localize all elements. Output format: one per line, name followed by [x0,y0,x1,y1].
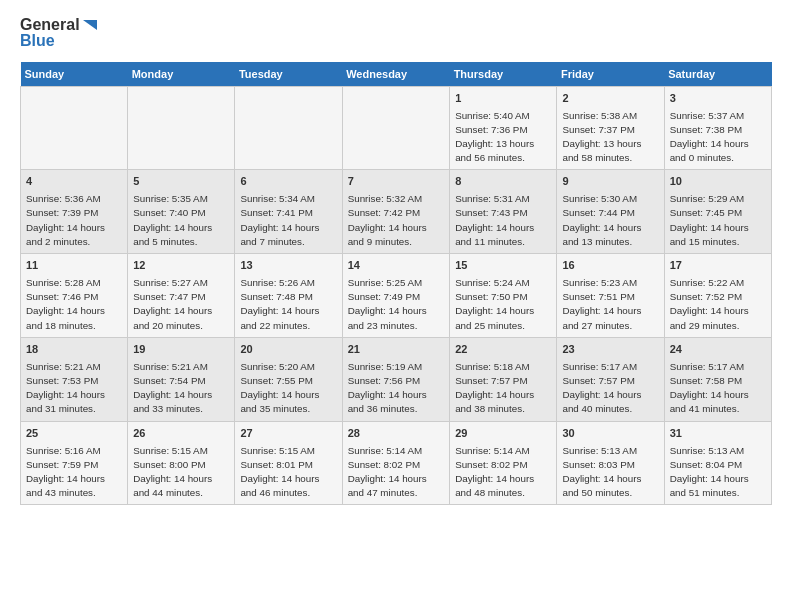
day-info: Sunrise: 5:21 AMSunset: 7:53 PMDaylight:… [26,360,122,417]
day-cell: 11Sunrise: 5:28 AMSunset: 7:46 PMDayligh… [21,254,128,338]
day-cell: 24Sunrise: 5:17 AMSunset: 7:58 PMDayligh… [664,337,771,421]
day-number: 10 [670,174,766,190]
day-cell: 4Sunrise: 5:36 AMSunset: 7:39 PMDaylight… [21,170,128,254]
day-cell: 9Sunrise: 5:30 AMSunset: 7:44 PMDaylight… [557,170,664,254]
day-number: 7 [348,174,444,190]
day-info: Sunrise: 5:21 AMSunset: 7:54 PMDaylight:… [133,360,229,417]
day-number: 12 [133,258,229,274]
day-cell: 6Sunrise: 5:34 AMSunset: 7:41 PMDaylight… [235,170,342,254]
day-cell: 29Sunrise: 5:14 AMSunset: 8:02 PMDayligh… [450,421,557,505]
day-cell [128,86,235,170]
header-saturday: Saturday [664,62,771,87]
logo: General Blue [20,16,99,50]
day-info: Sunrise: 5:23 AMSunset: 7:51 PMDaylight:… [562,276,658,333]
day-cell: 22Sunrise: 5:18 AMSunset: 7:57 PMDayligh… [450,337,557,421]
day-info: Sunrise: 5:28 AMSunset: 7:46 PMDaylight:… [26,276,122,333]
calendar-table: SundayMondayTuesdayWednesdayThursdayFrid… [20,62,772,506]
day-info: Sunrise: 5:35 AMSunset: 7:40 PMDaylight:… [133,192,229,249]
day-cell: 18Sunrise: 5:21 AMSunset: 7:53 PMDayligh… [21,337,128,421]
day-cell: 1Sunrise: 5:40 AMSunset: 7:36 PMDaylight… [450,86,557,170]
header-monday: Monday [128,62,235,87]
header-tuesday: Tuesday [235,62,342,87]
day-info: Sunrise: 5:38 AMSunset: 7:37 PMDaylight:… [562,109,658,166]
day-cell: 12Sunrise: 5:27 AMSunset: 7:47 PMDayligh… [128,254,235,338]
day-info: Sunrise: 5:25 AMSunset: 7:49 PMDaylight:… [348,276,444,333]
day-number: 18 [26,342,122,358]
day-cell: 8Sunrise: 5:31 AMSunset: 7:43 PMDaylight… [450,170,557,254]
day-info: Sunrise: 5:17 AMSunset: 7:58 PMDaylight:… [670,360,766,417]
day-info: Sunrise: 5:40 AMSunset: 7:36 PMDaylight:… [455,109,551,166]
day-info: Sunrise: 5:29 AMSunset: 7:45 PMDaylight:… [670,192,766,249]
day-number: 1 [455,91,551,107]
day-cell: 26Sunrise: 5:15 AMSunset: 8:00 PMDayligh… [128,421,235,505]
day-number: 6 [240,174,336,190]
header-friday: Friday [557,62,664,87]
day-cell: 20Sunrise: 5:20 AMSunset: 7:55 PMDayligh… [235,337,342,421]
day-cell: 31Sunrise: 5:13 AMSunset: 8:04 PMDayligh… [664,421,771,505]
day-cell [21,86,128,170]
day-info: Sunrise: 5:19 AMSunset: 7:56 PMDaylight:… [348,360,444,417]
day-info: Sunrise: 5:15 AMSunset: 8:00 PMDaylight:… [133,444,229,501]
day-info: Sunrise: 5:24 AMSunset: 7:50 PMDaylight:… [455,276,551,333]
day-info: Sunrise: 5:13 AMSunset: 8:04 PMDaylight:… [670,444,766,501]
svg-marker-0 [83,20,97,30]
header-sunday: Sunday [21,62,128,87]
day-cell: 15Sunrise: 5:24 AMSunset: 7:50 PMDayligh… [450,254,557,338]
header: General Blue [20,16,772,50]
day-number: 17 [670,258,766,274]
day-info: Sunrise: 5:17 AMSunset: 7:57 PMDaylight:… [562,360,658,417]
day-cell: 5Sunrise: 5:35 AMSunset: 7:40 PMDaylight… [128,170,235,254]
day-number: 3 [670,91,766,107]
day-info: Sunrise: 5:36 AMSunset: 7:39 PMDaylight:… [26,192,122,249]
week-row-2: 4Sunrise: 5:36 AMSunset: 7:39 PMDaylight… [21,170,772,254]
day-info: Sunrise: 5:30 AMSunset: 7:44 PMDaylight:… [562,192,658,249]
day-number: 31 [670,426,766,442]
day-info: Sunrise: 5:15 AMSunset: 8:01 PMDaylight:… [240,444,336,501]
day-cell: 21Sunrise: 5:19 AMSunset: 7:56 PMDayligh… [342,337,449,421]
day-number: 19 [133,342,229,358]
day-cell: 19Sunrise: 5:21 AMSunset: 7:54 PMDayligh… [128,337,235,421]
day-cell: 25Sunrise: 5:16 AMSunset: 7:59 PMDayligh… [21,421,128,505]
day-info: Sunrise: 5:14 AMSunset: 8:02 PMDaylight:… [348,444,444,501]
day-cell: 17Sunrise: 5:22 AMSunset: 7:52 PMDayligh… [664,254,771,338]
day-number: 2 [562,91,658,107]
day-number: 23 [562,342,658,358]
day-cell: 16Sunrise: 5:23 AMSunset: 7:51 PMDayligh… [557,254,664,338]
logo-blue: Blue [20,32,99,50]
day-number: 5 [133,174,229,190]
day-number: 15 [455,258,551,274]
week-row-3: 11Sunrise: 5:28 AMSunset: 7:46 PMDayligh… [21,254,772,338]
day-info: Sunrise: 5:22 AMSunset: 7:52 PMDaylight:… [670,276,766,333]
day-info: Sunrise: 5:27 AMSunset: 7:47 PMDaylight:… [133,276,229,333]
day-number: 16 [562,258,658,274]
day-cell: 28Sunrise: 5:14 AMSunset: 8:02 PMDayligh… [342,421,449,505]
header-thursday: Thursday [450,62,557,87]
week-row-1: 1Sunrise: 5:40 AMSunset: 7:36 PMDaylight… [21,86,772,170]
day-number: 20 [240,342,336,358]
day-number: 14 [348,258,444,274]
day-info: Sunrise: 5:18 AMSunset: 7:57 PMDaylight:… [455,360,551,417]
day-number: 28 [348,426,444,442]
day-info: Sunrise: 5:31 AMSunset: 7:43 PMDaylight:… [455,192,551,249]
day-cell: 14Sunrise: 5:25 AMSunset: 7:49 PMDayligh… [342,254,449,338]
day-number: 8 [455,174,551,190]
day-number: 30 [562,426,658,442]
day-info: Sunrise: 5:37 AMSunset: 7:38 PMDaylight:… [670,109,766,166]
day-info: Sunrise: 5:34 AMSunset: 7:41 PMDaylight:… [240,192,336,249]
header-row: SundayMondayTuesdayWednesdayThursdayFrid… [21,62,772,87]
day-cell: 10Sunrise: 5:29 AMSunset: 7:45 PMDayligh… [664,170,771,254]
day-number: 27 [240,426,336,442]
day-cell: 23Sunrise: 5:17 AMSunset: 7:57 PMDayligh… [557,337,664,421]
day-number: 4 [26,174,122,190]
day-number: 29 [455,426,551,442]
day-number: 26 [133,426,229,442]
week-row-5: 25Sunrise: 5:16 AMSunset: 7:59 PMDayligh… [21,421,772,505]
day-cell: 3Sunrise: 5:37 AMSunset: 7:38 PMDaylight… [664,86,771,170]
day-cell: 30Sunrise: 5:13 AMSunset: 8:03 PMDayligh… [557,421,664,505]
day-cell [235,86,342,170]
day-number: 11 [26,258,122,274]
day-info: Sunrise: 5:13 AMSunset: 8:03 PMDaylight:… [562,444,658,501]
day-number: 13 [240,258,336,274]
day-cell: 2Sunrise: 5:38 AMSunset: 7:37 PMDaylight… [557,86,664,170]
header-wednesday: Wednesday [342,62,449,87]
